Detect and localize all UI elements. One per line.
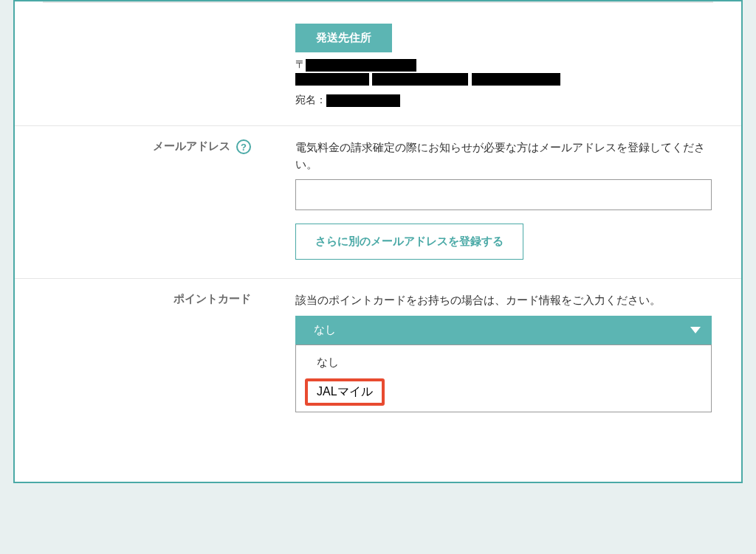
redacted-address-2 [372, 73, 468, 86]
addressee-line: 宛名： [295, 93, 712, 107]
postal-code-line: 〒 [295, 58, 712, 72]
shipping-content: 発送先住所 〒 宛名： [273, 10, 741, 125]
chevron-down-icon [690, 327, 701, 333]
email-section: メールアドレス ? 電気料金の請求確定の際にお知らせが必要な方はメールアドレスを… [15, 126, 741, 279]
pointcard-dropdown: なし JALマイル [295, 344, 712, 412]
email-helper-text: 電気料金の請求確定の際にお知らせが必要な方はメールアドレスを登録してください。 [295, 139, 712, 173]
postal-prefix: 〒 [295, 58, 306, 72]
redacted-address-3 [472, 73, 560, 86]
pointcard-section: ポイントカード 該当のポイントカードをお持ちの場合は、カード情報をご入力ください… [15, 279, 741, 362]
help-icon[interactable]: ? [236, 139, 251, 154]
email-label: メールアドレス ? [15, 126, 273, 278]
shipping-badge: 発送先住所 [295, 24, 392, 52]
email-content: 電気料金の請求確定の際にお知らせが必要な方はメールアドレスを登録してください。 … [273, 126, 741, 278]
form-container: 発送先住所 〒 宛名： メールアドレス ? 電気料金の請求確定の際 [13, 0, 743, 483]
pointcard-content: 該当のポイントカードをお持ちの場合は、カード情報をご入力ください。 なし なし … [273, 279, 741, 362]
pointcard-helper-text: 該当のポイントカードをお持ちの場合は、カード情報をご入力ください。 [295, 292, 712, 309]
shipping-section: 発送先住所 〒 宛名： [15, 10, 741, 126]
email-label-text: メールアドレス [153, 139, 230, 152]
pointcard-option-jal[interactable]: JALマイル [306, 380, 383, 404]
pointcard-option-none[interactable]: なし [296, 345, 711, 380]
redacted-name [326, 94, 400, 107]
pointcard-selected-value: なし [314, 323, 336, 337]
pointcard-select[interactable]: なし [295, 316, 712, 344]
shipping-label-col [15, 10, 273, 125]
pointcard-label: ポイントカード [15, 279, 273, 362]
redacted-postal [306, 59, 416, 72]
divider [43, 1, 713, 3]
redacted-address-1 [295, 73, 369, 86]
shipping-address-block: 〒 宛名： [295, 58, 712, 107]
pointcard-select-wrap: なし なし JALマイル [295, 316, 712, 344]
email-input[interactable] [295, 179, 712, 210]
add-email-button[interactable]: さらに別のメールアドレスを登録する [295, 224, 523, 260]
highlight-annotation [305, 378, 385, 406]
addressee-label: 宛名： [295, 94, 326, 107]
